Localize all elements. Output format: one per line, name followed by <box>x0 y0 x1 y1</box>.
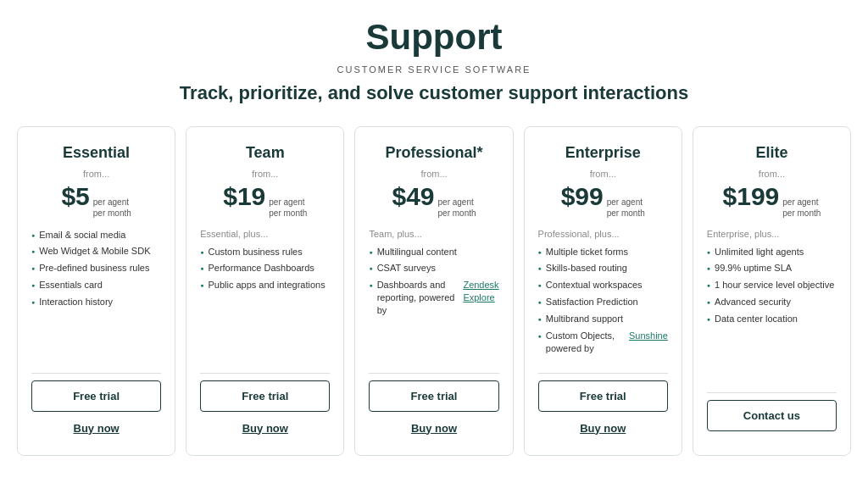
plan-price-elite: $199 <box>723 182 780 211</box>
plan-plus-professional: Team, plus... <box>369 229 498 239</box>
header: Support CUSTOMER SERVICE SOFTWARE Track,… <box>17 17 851 106</box>
plan-cta-secondary-team[interactable]: Buy now <box>200 419 330 438</box>
plan-card-enterprise: Enterprisefrom...$99per agent per monthP… <box>524 126 682 456</box>
plan-price-enterprise: $99 <box>561 182 604 211</box>
plan-cta-primary-professional[interactable]: Free trial <box>369 380 498 412</box>
plan-card-essential: Essentialfrom...$5per agent per monthEma… <box>17 126 175 456</box>
plan-price-essential: $5 <box>61 182 89 211</box>
list-item: Skills-based routing <box>538 262 668 275</box>
list-item: Email & social media <box>31 229 161 241</box>
list-item: Satisfaction Prediction <box>538 296 668 308</box>
card-divider <box>707 392 837 393</box>
list-item: Data center location <box>707 313 837 325</box>
list-item: Custom business rules <box>200 246 330 258</box>
list-item: Essentials card <box>31 279 161 291</box>
plan-from-essential: from... <box>31 169 161 179</box>
list-item: 99.9% uptime SLA <box>707 262 837 275</box>
plan-price-detail-elite: per agent per month <box>782 197 821 219</box>
plan-cta-primary-essential[interactable]: Free trial <box>31 380 161 412</box>
plan-name-enterprise: Enterprise <box>538 144 668 162</box>
plan-card-professional: Professional*from...$49per agent per mon… <box>354 126 513 456</box>
list-item: Contextual workspaces <box>538 279 668 291</box>
plan-feature-link-professional-2[interactable]: Zendesk Explore <box>463 279 498 304</box>
list-item: Dashboards and reporting, powered by Zen… <box>369 279 498 317</box>
plan-price-row-elite: $199per agent per month <box>707 182 837 219</box>
list-item: Multibrand support <box>538 313 668 325</box>
page-title: Support <box>17 17 851 58</box>
plan-cta-secondary-enterprise[interactable]: Buy now <box>538 419 668 438</box>
card-divider <box>538 373 668 374</box>
plan-feature-link-enterprise-5[interactable]: Sunshine <box>629 330 668 342</box>
plan-from-enterprise: from... <box>538 169 668 179</box>
list-item: Pre-defined business rules <box>31 262 161 275</box>
list-item: Web Widget & Mobile SDK <box>31 245 161 258</box>
list-item: CSAT surveys <box>369 262 498 275</box>
list-item: Custom Objects, powered by Sunshine <box>538 330 668 355</box>
plan-name-professional: Professional* <box>369 144 498 162</box>
plan-name-essential: Essential <box>31 144 161 162</box>
plan-price-detail-essential: per agent per month <box>93 197 131 219</box>
plan-from-elite: from... <box>707 169 837 179</box>
plan-plus-enterprise: Professional, plus... <box>538 229 668 239</box>
plan-price-professional: $49 <box>392 182 434 211</box>
plan-cta-primary-enterprise[interactable]: Free trial <box>538 380 668 412</box>
plan-cta-primary-elite[interactable]: Contact us <box>707 400 837 431</box>
plans-container: Essentialfrom...$5per agent per monthEma… <box>17 126 851 456</box>
plan-cta-secondary-essential[interactable]: Buy now <box>31 419 161 438</box>
plan-card-team: Teamfrom...$19per agent per monthEssenti… <box>186 126 344 456</box>
plan-plus-team: Essential, plus... <box>200 229 330 239</box>
list-item: Interaction history <box>31 296 161 308</box>
plan-name-elite: Elite <box>707 144 837 162</box>
list-item: Public apps and integrations <box>200 279 330 291</box>
plan-features-professional: Multilingual contentCSAT surveysDashboar… <box>369 246 498 359</box>
plan-price-detail-enterprise: per agent per month <box>607 197 645 219</box>
plan-price-row-professional: $49per agent per month <box>369 182 498 219</box>
plan-price-detail-professional: per agent per month <box>438 197 476 219</box>
card-divider <box>200 373 330 374</box>
list-item: Multilingual content <box>369 246 498 258</box>
plan-price-detail-team: per agent per month <box>269 197 307 219</box>
list-item: Advanced security <box>707 296 837 308</box>
plan-features-elite: Unlimited light agents99.9% uptime SLA1 … <box>707 246 837 379</box>
plan-features-enterprise: Multiple ticket formsSkills-based routin… <box>538 246 668 359</box>
plan-plus-elite: Enterprise, plus... <box>707 229 837 239</box>
plan-price-team: $19 <box>223 182 265 211</box>
list-item: Performance Dashboards <box>200 262 330 275</box>
plan-cta-primary-team[interactable]: Free trial <box>200 380 330 412</box>
plan-price-row-essential: $5per agent per month <box>31 182 161 219</box>
plan-card-elite: Elitefrom...$199per agent per monthEnter… <box>693 126 851 456</box>
page-description: Track, prioritize, and solve customer su… <box>116 81 752 106</box>
list-item: Unlimited light agents <box>707 246 837 258</box>
card-divider <box>31 373 161 374</box>
list-item: 1 hour service level objective <box>707 279 837 291</box>
plan-features-essential: Email & social mediaWeb Widget & Mobile … <box>31 229 161 359</box>
page-subtitle: CUSTOMER SERVICE SOFTWARE <box>17 64 851 75</box>
card-divider <box>369 373 498 374</box>
plan-features-team: Custom business rulesPerformance Dashboa… <box>200 246 330 359</box>
list-item: Multiple ticket forms <box>538 246 668 258</box>
plan-from-team: from... <box>200 169 330 179</box>
plan-price-row-enterprise: $99per agent per month <box>538 182 668 219</box>
plan-cta-secondary-professional[interactable]: Buy now <box>369 419 498 438</box>
plan-price-row-team: $19per agent per month <box>200 182 330 219</box>
plan-name-team: Team <box>200 144 330 162</box>
plan-from-professional: from... <box>369 169 498 179</box>
